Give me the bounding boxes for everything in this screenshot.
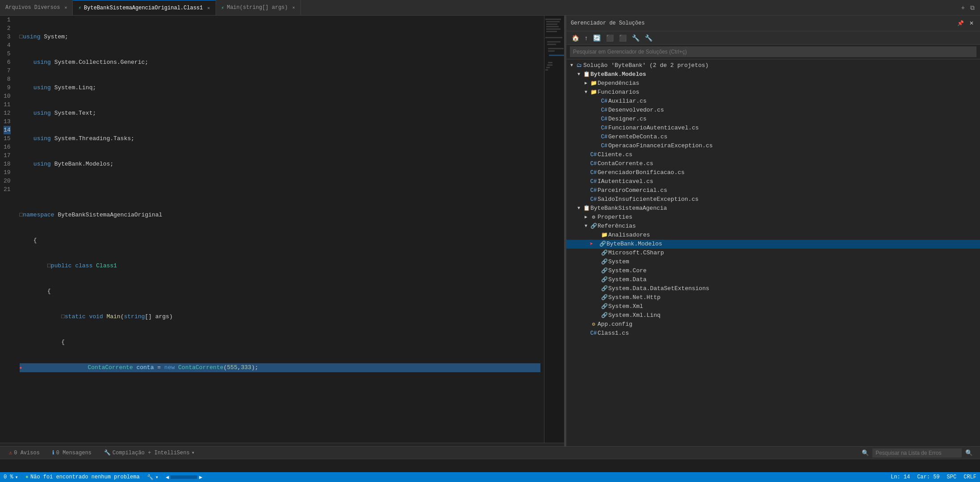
- tree-item-cliente[interactable]: C# Cliente.cs: [566, 150, 980, 159]
- horizontal-scrollbar[interactable]: [0, 443, 564, 446]
- tree-item-parceiro-comercial[interactable]: C# ParceiroComercial.cs: [566, 186, 980, 195]
- code-line-16: [20, 415, 540, 423]
- se-toolbar-btn-4[interactable]: ⬛: [604, 33, 615, 42]
- tree-arrow-sistema-agencia: ▼: [575, 204, 582, 213]
- tree-item-gerenciador-bonificacao[interactable]: C# GerenciadorBonificacao.cs: [566, 168, 980, 177]
- se-toolbar-btn-7[interactable]: 🔧: [643, 33, 654, 42]
- tree-icon-gerente-de-conta: C#: [600, 133, 608, 141]
- info-icon: ℹ: [52, 449, 54, 456]
- tree-label-analisadores: Analisadores: [608, 231, 650, 240]
- dropdown-icon: ▾: [155, 474, 158, 481]
- tree-label-system-net-http: System.Net.Http: [608, 293, 660, 302]
- tree-icon-system-core: 🔗: [600, 266, 608, 275]
- se-toolbar-btn-1[interactable]: 🏠: [570, 33, 581, 42]
- tree-item-system-net-http[interactable]: 🔗 System.Net.Http: [566, 293, 980, 302]
- tree-item-dependencias[interactable]: ▶ 📁 Dependências: [566, 79, 980, 88]
- tree-item-saldo-insuficiente[interactable]: C# SaldoInsuficienteException.cs: [566, 195, 980, 204]
- tree-item-microsoft-csharp[interactable]: 🔗 Microsoft.CSharp: [566, 249, 980, 258]
- tab-arquivos[interactable]: Arquivos Diversos ✕: [0, 0, 73, 15]
- tree-item-func-autenticavel[interactable]: C# FuncionarioAutenticavel.cs: [566, 124, 980, 133]
- tree-item-system-data-ext[interactable]: 🔗 System.Data.DataSetExtensions: [566, 284, 980, 293]
- tree-icon-system-net-http: 🔗: [600, 293, 608, 302]
- tab-build[interactable]: 🔧 Compilação + IntelliSens ▾: [99, 448, 200, 458]
- tree-label-saldo-insuficiente: SaldoInsuficienteException.cs: [598, 195, 698, 204]
- tree-item-auxiliar[interactable]: C# Auxiliar.cs: [566, 97, 980, 106]
- se-toolbar-btn-6[interactable]: 🔧: [630, 33, 641, 42]
- tree-item-system-xml[interactable]: 🔗 System.Xml: [566, 302, 980, 311]
- code-line-4: using System.Text;: [20, 109, 540, 117]
- svg-rect-13: [547, 64, 552, 66]
- tab-actions: + ⧉: [956, 3, 980, 12]
- svg-rect-12: [548, 62, 552, 63]
- tree-icon-app-config: ⚙: [590, 320, 598, 329]
- tree-label-operacao-financeira: OperacaoFinanceiraException.cs: [608, 141, 713, 150]
- se-toolbar-btn-2[interactable]: ↑: [583, 33, 590, 42]
- search-icon: 🔍: [862, 449, 869, 457]
- tree-item-class1-cs[interactable]: C# Class1.cs: [566, 329, 980, 338]
- tree-item-gerente-de-conta[interactable]: C# GerenteDeConta.cs: [566, 133, 980, 141]
- tree-item-app-config[interactable]: ⚙ App.config: [566, 320, 980, 329]
- se-header-actions: 📌 ✕: [955, 19, 976, 27]
- se-toolbar-btn-5[interactable]: ⬛: [617, 33, 628, 42]
- se-title: Gerenciador de Soluções: [571, 20, 645, 26]
- se-close-button[interactable]: ✕: [968, 19, 976, 27]
- tree-icon-analisadores: 📁: [600, 231, 608, 240]
- tree-item-conta-corrente[interactable]: C# ContaCorrente.cs: [566, 159, 980, 168]
- se-toolbar-btn-3[interactable]: 🔄: [591, 33, 602, 42]
- error-search-input[interactable]: [872, 449, 962, 457]
- code-content[interactable]: □using System; using System.Collections.…: [16, 16, 544, 443]
- tree-item-system-data[interactable]: 🔗 System.Data: [566, 275, 980, 284]
- tree-icon-solution: 🗂: [575, 61, 583, 70]
- tree-item-sistema-agencia[interactable]: ▼ 📋 ByteBankSistemaAgencia: [566, 204, 980, 213]
- tab-errors[interactable]: ⚠ 0 Avisos: [4, 448, 45, 458]
- tab-add-button[interactable]: +: [959, 3, 967, 12]
- tab-main-close[interactable]: ✕: [292, 5, 295, 10]
- tree-item-designer[interactable]: C# Designer.cs: [566, 115, 980, 124]
- tree-label-app-config: App.config: [598, 320, 632, 329]
- build-dropdown-icon: ▾: [191, 449, 195, 456]
- tree-label-system-data-ext: System.Data.DataSetExtensions: [608, 284, 709, 293]
- tree-item-funcionarios[interactable]: ▼ 📁 Funcionarios: [566, 88, 980, 97]
- tab-bar: Arquivos Diversos ✕ ⚡ ByteBankSistemaAge…: [0, 0, 980, 16]
- tree-item-analisadores[interactable]: 📁 Analisadores: [566, 231, 980, 240]
- tree-item-bytebank-modelos-ref[interactable]: ➤ 🔗 ByteBank.Modelos: [566, 240, 980, 249]
- svg-rect-2: [546, 24, 557, 25]
- error-search-button[interactable]: 🔍: [965, 449, 973, 456]
- tab-split-button[interactable]: ⧉: [968, 3, 976, 12]
- tree-item-referencias[interactable]: ▼ 🔗 Referências: [566, 222, 980, 231]
- tree-item-operacao-financeira[interactable]: C# OperacaoFinanceiraException.cs: [566, 141, 980, 150]
- tree-label-parceiro-comercial: ParceiroComercial.cs: [598, 186, 667, 195]
- tree-item-system-core[interactable]: 🔗 System.Core: [566, 266, 980, 275]
- tree-item-desenvolvedor[interactable]: C# Desenvolvedor.cs: [566, 106, 980, 115]
- tree-label-class1-cs: Class1.cs: [598, 329, 629, 338]
- svg-rect-15: [545, 69, 548, 71]
- se-pin-button[interactable]: 📌: [955, 19, 966, 27]
- code-line-1: □using System;: [20, 33, 540, 41]
- tab-main[interactable]: ⚡ Main(string[] args) ✕: [216, 0, 301, 15]
- tree-item-properties[interactable]: ▶ ⚙ Properties: [566, 213, 980, 222]
- tab-class1-close[interactable]: ✕: [208, 5, 210, 11]
- code-line-10: □public class Class1: [20, 262, 540, 270]
- code-line-2: using System.Collections.Generic;: [20, 58, 540, 66]
- se-search-input[interactable]: [570, 46, 976, 57]
- svg-rect-10: [548, 50, 555, 52]
- tree-item-system-ref[interactable]: 🔗 System: [566, 258, 980, 266]
- tree-item-solution[interactable]: ▼ 🗂 Solução 'ByteBank' (2 de 2 projetos): [566, 61, 980, 70]
- bottom-search: 🔍 🔍: [858, 447, 976, 459]
- tree-item-modelos[interactable]: ▼ 📋 ByteBank.Modelos: [566, 70, 980, 79]
- tree-label-referencias: Referências: [598, 222, 636, 231]
- tree-item-system-xml-linq[interactable]: 🔗 System.Xml.Linq: [566, 311, 980, 320]
- build-label: Compilação + IntelliSens: [112, 450, 190, 456]
- tree-label-auxiliar: Auxiliar.cs: [608, 97, 647, 106]
- svg-rect-11: [549, 54, 564, 56]
- red-arrow-icon: ➤: [590, 240, 598, 249]
- code-scroll[interactable]: 1 2 3 4 5 6 7 8 9 10 11 12 13 14 15 16 1…: [0, 16, 564, 443]
- tree-item-iautenticavel[interactable]: C# IAutenticavel.cs: [566, 177, 980, 186]
- scroll-indicator: ◀ ▶: [166, 474, 202, 481]
- svg-rect-14: [546, 67, 550, 68]
- tab-messages[interactable]: ℹ 0 Mensagens: [47, 448, 97, 458]
- tab-class1[interactable]: ⚡ ByteBankSistemaAgenciaOriginal.Class1 …: [73, 0, 216, 15]
- tree-label-cliente: Cliente.cs: [598, 150, 632, 159]
- tab-arquivos-label: Arquivos Diversos: [5, 4, 60, 11]
- tab-arquivos-close[interactable]: ✕: [64, 5, 67, 10]
